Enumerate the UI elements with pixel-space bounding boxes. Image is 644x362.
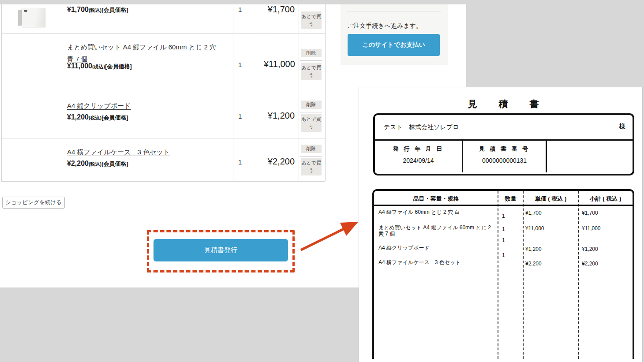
quote-item-unit-price: ¥11,000 xyxy=(525,225,544,231)
quote-item-qty: 1 xyxy=(502,237,505,243)
checkout-message: ご注文手続きへ進みます。 xyxy=(347,22,422,30)
qty-value: 1 xyxy=(238,112,242,120)
quote-item-subtotal: ¥11,000 xyxy=(582,225,601,231)
item-price-line: ¥1,200(税込)[会員価格] xyxy=(67,113,128,122)
issue-date-label: 発 行 年 月 日 xyxy=(375,145,462,153)
delete-button[interactable]: 削除 xyxy=(301,145,322,153)
quote-item-unit-price: ¥1,700 xyxy=(525,210,542,216)
row-subtotal: ¥1,700 xyxy=(264,4,295,15)
qty-value: 1 xyxy=(238,158,242,166)
quote-item-name: A4 横ファイルケース 3 色セット xyxy=(378,259,494,266)
quote-item-qty: 1 xyxy=(502,252,505,258)
quote-table-body: A4 縦ファイル 60mm とじ 2 穴 白 まとめ買いセット A4 縦ファイル… xyxy=(374,206,633,358)
buy-later-button[interactable]: あとで買う xyxy=(301,63,322,80)
checkout-panel: ご注文手続きへ進みます。 このサイトでお支払い xyxy=(341,4,448,65)
honorific-label: 様 xyxy=(619,123,625,131)
delete-button[interactable]: 削除 xyxy=(301,101,322,109)
quote-item-unit-price: ¥1,200 xyxy=(525,246,542,252)
quote-item-qty: 1 xyxy=(502,226,505,232)
item-price-line: ¥2,200(税込)[会員価格] xyxy=(67,160,128,168)
row-subtotal: ¥11,000 xyxy=(264,59,295,69)
customer-name: テスト 株式会社ソレプロ xyxy=(384,123,459,131)
buy-later-button[interactable]: あとで買う xyxy=(301,11,322,29)
page: { "colors": { "accent_blue": "#3a9ecf", … xyxy=(0,0,644,362)
item-price-line: ¥1,700(税込)[会員価格] xyxy=(67,6,128,14)
quote-item-subtotal: ¥1,700 xyxy=(582,210,598,216)
quote-table-header: 品目・容量・規格 数量 単価 ( 税込 ) 小計 ( 税込 ) xyxy=(374,191,633,206)
qty-value: 1 xyxy=(238,6,242,13)
buy-later-button[interactable]: あとで買う xyxy=(301,114,322,132)
quote-issue-button[interactable]: 見積書発行 xyxy=(154,239,288,261)
product-image xyxy=(16,7,49,28)
row-subtotal: ¥1,200 xyxy=(264,111,295,121)
quote-item-name: A4 縦クリップボード xyxy=(378,245,494,251)
quote-item-name: 青 7 個 xyxy=(378,231,494,237)
pay-on-site-button[interactable]: このサイトでお支払い xyxy=(348,34,440,56)
quote-title: 見 積 書 xyxy=(372,98,634,110)
quote-item-subtotal: ¥2,200 xyxy=(582,261,598,267)
delete-button[interactable]: 削除 xyxy=(301,49,322,57)
quote-item-qty: 1 xyxy=(502,213,505,219)
product-link[interactable]: A4 横ファイルケース 3 色セット xyxy=(67,146,170,158)
quote-item-subtotal: ¥1,200 xyxy=(582,246,598,252)
row-subtotal: ¥2,200 xyxy=(264,157,295,167)
quote-number-label: 見 積 書 番 号 xyxy=(463,145,546,153)
quote-infobox: テスト 株式会社ソレプロ 様 発 行 年 月 日 2024/09/14 見 積 … xyxy=(373,113,634,175)
quote-item-name: A4 縦ファイル 60mm とじ 2 穴 白 xyxy=(378,209,494,216)
quote-document: 見 積 書 テスト 株式会社ソレプロ 様 発 行 年 月 日 2024/09/1… xyxy=(359,87,643,362)
qty-value: 1 xyxy=(238,61,242,68)
quote-item-unit-price: ¥2,200 xyxy=(525,261,542,267)
issue-date-value: 2024/09/14 xyxy=(375,157,462,164)
continue-shopping-button[interactable]: ショッピングを続ける xyxy=(2,197,65,209)
quote-table: 品目・容量・規格 数量 単価 ( 税込 ) 小計 ( 税込 ) A4 縦ファイル… xyxy=(372,189,634,359)
quote-number-value: 0000000000131 xyxy=(463,157,546,164)
product-link[interactable]: A4 縦クリップボード xyxy=(67,100,131,112)
buy-later-button[interactable]: あとで買う xyxy=(301,158,322,175)
item-price-line: ¥11,000(税込)[会員価格] xyxy=(67,62,132,71)
product-link[interactable]: まとめ買いセット A4 縦ファイル 60mm とじ 2 穴 xyxy=(67,41,216,53)
